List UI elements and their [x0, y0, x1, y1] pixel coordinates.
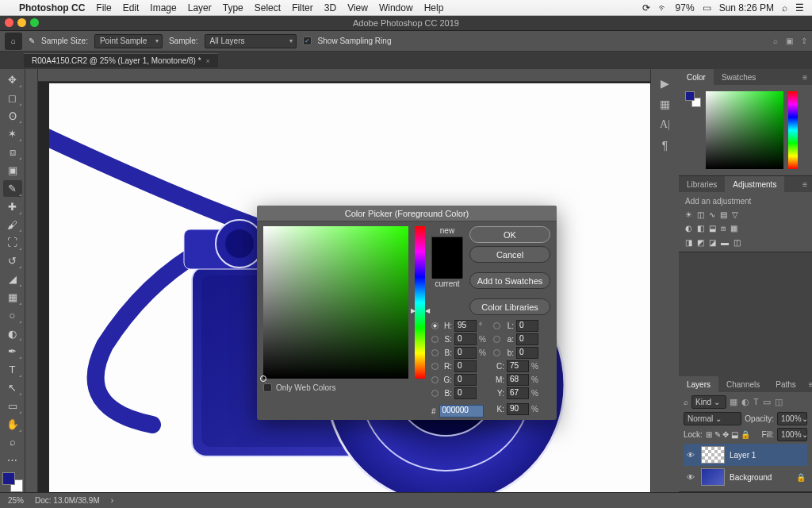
- selcol-icon[interactable]: ◫: [733, 238, 741, 247]
- panel-menu-icon[interactable]: ≡: [804, 376, 812, 392]
- brush-tool[interactable]: 🖌: [3, 217, 22, 233]
- hue-strip[interactable]: [788, 91, 798, 169]
- menu-edit[interactable]: Edit: [123, 2, 140, 13]
- gradmap-icon[interactable]: ▬: [721, 238, 729, 247]
- filter-type-icon[interactable]: T: [753, 397, 759, 407]
- menu-window[interactable]: Window: [379, 2, 413, 13]
- menu-file[interactable]: File: [96, 2, 111, 13]
- menu-select[interactable]: Select: [255, 2, 281, 13]
- menu-type[interactable]: Type: [223, 2, 243, 13]
- app-name[interactable]: Photoshop CC: [19, 2, 85, 13]
- m-field[interactable]: 68: [507, 374, 529, 386]
- zoom-level[interactable]: 25%: [8, 496, 24, 505]
- menu-view[interactable]: View: [347, 2, 368, 13]
- bv-field[interactable]: 0: [454, 347, 477, 359]
- heal-tool[interactable]: ✚: [3, 198, 22, 215]
- layer-item[interactable]: 👁 Layer 1: [684, 444, 807, 466]
- share-icon[interactable]: ⇪: [801, 37, 807, 45]
- paragraph-icon[interactable]: ¶: [662, 139, 668, 152]
- tab-swatches[interactable]: Swatches: [714, 69, 764, 85]
- filter-kind[interactable]: Kind ⌄: [691, 395, 726, 409]
- r-radio[interactable]: [431, 363, 439, 370]
- minimize-icon[interactable]: [17, 18, 26, 27]
- zoom-tool[interactable]: ⌕: [3, 434, 22, 451]
- quick-select-tool[interactable]: ✶: [3, 125, 22, 142]
- tab-channels[interactable]: Channels: [718, 376, 768, 392]
- dodge-tool[interactable]: ◐: [3, 325, 22, 342]
- curves-icon[interactable]: ∿: [709, 210, 715, 219]
- spotlight-icon[interactable]: ⌕: [782, 2, 787, 13]
- vibrance-icon[interactable]: ▽: [732, 210, 738, 219]
- hue-icon[interactable]: ◐: [685, 224, 692, 233]
- fill-field[interactable]: 100%⌄: [777, 428, 807, 441]
- blur-tool[interactable]: ○: [3, 307, 22, 324]
- filter-smart-icon[interactable]: ◫: [775, 397, 783, 407]
- filter-pixel-icon[interactable]: ▦: [730, 397, 737, 407]
- menu-layer[interactable]: Layer: [188, 2, 212, 13]
- h-radio[interactable]: [431, 322, 439, 329]
- history-icon[interactable]: ▦: [660, 98, 670, 110]
- posterize-icon[interactable]: ◩: [697, 238, 704, 247]
- color-field[interactable]: [706, 91, 783, 169]
- panel-menu-icon[interactable]: ≡: [798, 69, 812, 85]
- traffic-lights[interactable]: [5, 18, 39, 27]
- stamp-tool[interactable]: ⛶: [3, 234, 22, 251]
- hex-field[interactable]: 000000: [439, 405, 484, 418]
- close-tab-icon[interactable]: ×: [206, 57, 210, 65]
- opacity-field[interactable]: 100%⌄: [777, 412, 807, 425]
- threshold-icon[interactable]: ◪: [709, 238, 716, 247]
- g-field[interactable]: 0: [454, 374, 477, 386]
- path-select-tool[interactable]: ↖: [3, 379, 22, 396]
- ok-button[interactable]: OK: [469, 226, 550, 243]
- edit-toolbar[interactable]: ⋯: [3, 452, 22, 468]
- cancel-button[interactable]: Cancel: [469, 246, 550, 263]
- lasso-tool[interactable]: ʘ: [3, 108, 22, 125]
- doc-info[interactable]: Doc: 13.0M/38.9M: [35, 496, 100, 505]
- search-icon[interactable]: ⌕: [773, 37, 778, 45]
- only-web-checkbox[interactable]: ✓: [263, 383, 272, 392]
- s-radio[interactable]: [431, 336, 439, 343]
- workspace-icon[interactable]: ▣: [786, 37, 793, 45]
- shape-tool[interactable]: ▭: [3, 398, 22, 414]
- k-field[interactable]: 90: [507, 403, 529, 415]
- chevron-right-icon[interactable]: ›: [111, 496, 113, 505]
- fg-bg-swatch[interactable]: [2, 472, 23, 492]
- crop-tool[interactable]: ⧈: [3, 144, 22, 160]
- levels-icon[interactable]: ◫: [697, 210, 704, 219]
- layer-item[interactable]: 👁 Background 🔒: [684, 466, 807, 488]
- close-icon[interactable]: [5, 18, 13, 27]
- a-radio[interactable]: [493, 336, 500, 343]
- tab-color[interactable]: Color: [679, 69, 714, 85]
- filter-shape-icon[interactable]: ▭: [763, 397, 771, 407]
- bb-radio[interactable]: [431, 390, 439, 397]
- fg-bg-mini[interactable]: [685, 91, 701, 107]
- eyedropper-tool[interactable]: ✎: [3, 180, 22, 197]
- lock-icons[interactable]: ⊞ ✎ ✥ ⬓ 🔒: [706, 430, 750, 439]
- hand-tool[interactable]: ✋: [3, 416, 22, 433]
- sample-size-select[interactable]: Point Sample: [94, 34, 163, 48]
- hue-slider[interactable]: ▶◀: [415, 226, 425, 379]
- search-icon[interactable]: ⌕: [684, 398, 688, 406]
- s-field[interactable]: 0: [454, 333, 477, 345]
- y-field[interactable]: 67: [507, 387, 529, 399]
- tab-adjustments[interactable]: Adjustments: [725, 176, 784, 192]
- tab-layers[interactable]: Layers: [679, 376, 718, 392]
- panel-menu-icon[interactable]: ≡: [798, 176, 812, 192]
- l-radio[interactable]: [493, 322, 500, 329]
- menu-image[interactable]: Image: [150, 2, 176, 13]
- move-tool[interactable]: ✥: [3, 71, 22, 88]
- bb-field[interactable]: 0: [454, 387, 477, 399]
- play-icon[interactable]: ▶: [661, 77, 669, 90]
- color-libraries-button[interactable]: Color Libraries: [469, 298, 550, 315]
- eraser-tool[interactable]: ◢: [3, 271, 22, 287]
- tab-paths[interactable]: Paths: [768, 376, 804, 392]
- home-button[interactable]: ⌂: [5, 33, 22, 50]
- mixer-icon[interactable]: ⧆: [721, 224, 726, 233]
- b-radio[interactable]: [431, 349, 439, 356]
- character-icon[interactable]: A|: [660, 118, 670, 131]
- tab-libraries[interactable]: Libraries: [679, 176, 725, 192]
- marquee-tool[interactable]: ◻: [3, 90, 22, 106]
- menu-help[interactable]: Help: [424, 2, 444, 13]
- brightness-icon[interactable]: ☀: [685, 210, 692, 219]
- exposure-icon[interactable]: ▤: [720, 210, 727, 219]
